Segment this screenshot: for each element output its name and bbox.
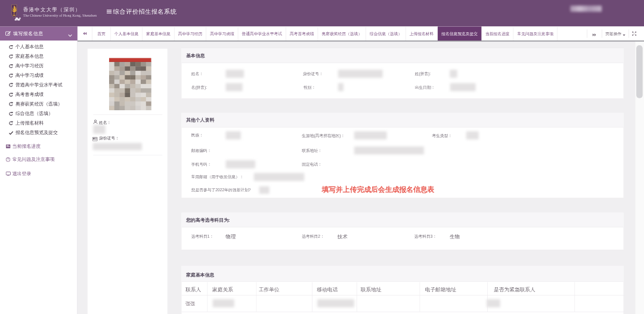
svg-text:?: ? xyxy=(7,157,9,161)
